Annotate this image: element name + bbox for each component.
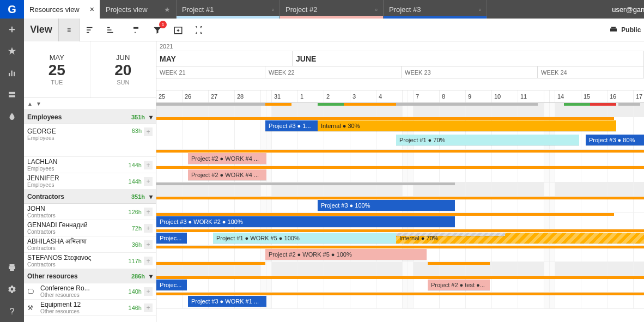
timeline-day[interactable]: 9 <box>466 90 492 102</box>
timeline-day[interactable]: 2 <box>324 90 350 102</box>
add-task-icon[interactable]: + <box>144 161 153 169</box>
task-bar[interactable]: Project #2 ● WORK #5 ● 100% <box>265 249 427 260</box>
view-label[interactable]: View <box>24 19 59 41</box>
timeline-day[interactable] <box>544 90 550 102</box>
user-menu[interactable]: user@ganttic.com ▼ <box>605 0 644 19</box>
task-bar[interactable]: Projec... <box>156 233 187 244</box>
timeline-day[interactable]: 17 <box>634 90 644 102</box>
add-task-icon[interactable]: + <box>144 224 153 233</box>
add-task-icon[interactable]: + <box>144 127 153 136</box>
add-task-icon[interactable]: + <box>144 177 153 186</box>
timeline-day[interactable]: 26 <box>183 90 209 102</box>
calendar-add-icon[interactable] <box>168 19 189 41</box>
timeline-day[interactable]: 7 <box>414 90 440 102</box>
sort-asc-icon[interactable] <box>80 19 100 41</box>
mini-filters: ▲ ▼ <box>24 98 156 110</box>
settings-icon[interactable] <box>0 278 24 300</box>
resource-row[interactable]: ABHILASHA अभिलाषाContractors36h+ <box>24 236 156 253</box>
open-icon: ▫ <box>375 5 378 14</box>
add-task-icon[interactable]: + <box>144 208 153 216</box>
tab-project-2[interactable]: Project #2 ▫ <box>280 0 384 19</box>
add-icon[interactable] <box>0 19 24 40</box>
timeline-day[interactable]: 8 <box>440 90 466 102</box>
timeline-day[interactable]: 10 <box>492 90 518 102</box>
sort-desc-icon[interactable] <box>100 19 121 41</box>
paint-icon[interactable] <box>126 19 147 41</box>
resource-row[interactable]: JOHNContractors126h+ <box>24 204 156 220</box>
star-icon[interactable] <box>0 40 24 62</box>
date-range[interactable]: MAY 25 TUE JUN 20 SUN <box>24 41 156 98</box>
print-icon[interactable] <box>0 257 24 278</box>
resource-row[interactable]: GEORGEEmployees63h+ <box>24 124 156 157</box>
drop-icon[interactable] <box>0 106 24 127</box>
task-bar[interactable]: Projec... <box>156 280 187 290</box>
logo[interactable]: G <box>0 0 24 19</box>
svg-rect-8 <box>87 27 93 28</box>
timeline-week: WEEK 23 <box>402 66 538 78</box>
task-bar[interactable]: Project #1 ● WORK #5 ● 100% <box>213 233 396 244</box>
resource-row[interactable]: GENNADI ГеннадийContractors72h+ <box>24 220 156 236</box>
menu-icon[interactable]: ≡ <box>59 19 80 41</box>
timeline-week: WEEK 22 <box>265 66 402 78</box>
filter-icon[interactable]: 1 <box>147 19 168 41</box>
resource-row[interactable]: 🖵Conference Ro...Other resources140h+ <box>24 283 156 300</box>
timeline-day[interactable]: 1 <box>298 90 324 102</box>
task-bar[interactable]: Project #3 ● 100% <box>318 200 455 211</box>
filter-down-icon[interactable]: ▼ <box>36 101 41 107</box>
task-bar[interactable]: Project #2 ● WORK #4 ... <box>188 153 266 164</box>
task-bar[interactable]: Project #3 ● WORK #1 ... <box>188 296 266 307</box>
date-end[interactable]: JUN 20 SUN <box>90 41 156 98</box>
resource-row[interactable]: JENNIFEREmployees144h+ <box>24 173 156 190</box>
task-bar[interactable]: Project #2 ● test ●... <box>428 280 490 290</box>
resource-row[interactable]: LACHLANEmployees144h+ <box>24 157 156 173</box>
add-task-icon[interactable]: + <box>144 257 153 265</box>
task-bar[interactable]: Project #3 ● 1... <box>265 120 318 131</box>
timeline-day[interactable]: 14 <box>555 90 581 102</box>
timeline-day[interactable] <box>550 90 555 102</box>
task-bar[interactable]: Project #3 ● 80% <box>586 135 644 145</box>
tab-resources-view[interactable]: Resources view × <box>24 0 100 19</box>
help-icon[interactable] <box>0 300 24 322</box>
timeline-day[interactable]: 28 <box>235 90 261 102</box>
tab-projects-view[interactable]: Projects view ★ <box>100 0 177 19</box>
timeline-day[interactable]: 3 <box>350 90 376 102</box>
timeline-day[interactable] <box>261 90 266 102</box>
visibility-toggle[interactable]: Public <box>609 26 641 34</box>
group-header[interactable]: Other resources286h▾ <box>24 269 156 283</box>
timeline-day[interactable]: 16 <box>607 90 634 102</box>
close-icon[interactable]: × <box>90 5 94 14</box>
task-bar[interactable]: Internal ● 30% <box>318 120 616 131</box>
group-header[interactable]: Contractors351h▾ <box>24 190 156 204</box>
timeline-day[interactable] <box>408 90 414 102</box>
group-header[interactable]: Employees351h▾ <box>24 110 156 124</box>
layers-icon[interactable] <box>0 84 24 106</box>
resource-row[interactable]: STEFANOS ΣτεφανοςContractors117h+ <box>24 253 156 269</box>
task-bar[interactable]: Project #2 ● WORK #4 ... <box>188 169 266 180</box>
task-bar[interactable] <box>396 233 505 236</box>
task-bar[interactable]: Project #3 ● WORK #2 ● 100% <box>156 216 455 227</box>
timeline-day[interactable]: 31 <box>272 90 298 102</box>
svg-rect-0 <box>9 73 10 76</box>
add-task-icon[interactable]: + <box>144 303 153 312</box>
date-start[interactable]: MAY 25 TUE <box>24 41 90 98</box>
add-task-icon[interactable]: + <box>144 240 153 249</box>
timeline-day[interactable]: 27 <box>209 90 235 102</box>
timeline-day[interactable] <box>403 90 408 102</box>
task-bar[interactable]: Project #1 ● 70% <box>396 135 579 145</box>
svg-rect-13 <box>107 32 113 33</box>
add-task-icon[interactable]: + <box>144 287 153 296</box>
sidebar: G <box>0 0 24 322</box>
timeline-day[interactable] <box>266 90 272 102</box>
crop-icon[interactable] <box>189 19 209 41</box>
timeline-day[interactable]: 15 <box>581 90 607 102</box>
chart-icon[interactable] <box>0 62 24 84</box>
resource-row[interactable]: ⚒Equipment 12Other resources146h+ <box>24 300 156 316</box>
filter-up-icon[interactable]: ▲ <box>27 101 33 107</box>
tab-project-1[interactable]: Project #1 ▫ <box>177 0 280 19</box>
timeline-day[interactable]: 25 <box>156 90 183 102</box>
timeline-day[interactable]: 11 <box>518 90 544 102</box>
tab-project-3[interactable]: Project #3 ▫ <box>384 0 487 19</box>
timeline-month: MAY <box>156 51 293 66</box>
svg-rect-3 <box>9 92 15 94</box>
timeline-day[interactable]: 4 <box>376 90 403 102</box>
